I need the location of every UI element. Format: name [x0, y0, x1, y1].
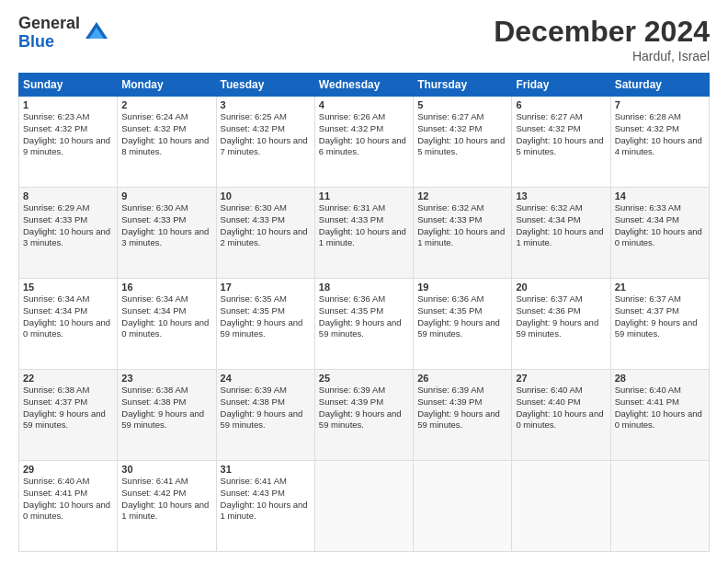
sunrise-label: Sunrise: 6:39 AM	[221, 385, 287, 395]
day-number: 11	[319, 190, 409, 201]
logo-text: General Blue	[18, 15, 80, 52]
daylight-label: Daylight: 9 hours and 59 minutes.	[417, 408, 500, 431]
calendar-cell: 2 Sunrise: 6:24 AM Sunset: 4:32 PM Dayli…	[118, 97, 216, 188]
daylight-label: Daylight: 10 hours and 5 minutes.	[516, 135, 603, 157]
day-number: 10	[221, 190, 311, 201]
sunset-label: Sunset: 4:34 PM	[121, 305, 186, 316]
title-section: December 2024 Harduf, Israel	[494, 15, 710, 63]
sunrise-label: Sunrise: 6:32 AM	[516, 202, 582, 213]
daylight-label: Daylight: 10 hours and 0 minutes.	[23, 500, 110, 522]
daylight-label: Daylight: 9 hours and 59 minutes.	[319, 408, 402, 431]
logo-icon	[84, 20, 109, 46]
sunrise-label: Sunrise: 6:38 AM	[121, 385, 188, 395]
day-number: 6	[516, 99, 606, 110]
sunrise-label: Sunrise: 6:29 AM	[23, 202, 89, 213]
day-info: Sunrise: 6:30 AM Sunset: 4:33 PM Dayligh…	[221, 202, 311, 249]
day-info: Sunrise: 6:34 AM Sunset: 4:34 PM Dayligh…	[23, 293, 113, 340]
daylight-label: Daylight: 9 hours and 59 minutes.	[221, 408, 303, 431]
sunset-label: Sunset: 4:34 PM	[23, 305, 87, 316]
daylight-label: Daylight: 10 hours and 1 minute.	[121, 500, 209, 522]
day-info: Sunrise: 6:24 AM Sunset: 4:32 PM Dayligh…	[121, 111, 211, 158]
day-info: Sunrise: 6:26 AM Sunset: 4:32 PM Dayligh…	[319, 111, 409, 158]
calendar-cell: 14 Sunrise: 6:33 AM Sunset: 4:34 PM Dayl…	[610, 188, 709, 279]
sunrise-label: Sunrise: 6:35 AM	[221, 293, 287, 304]
calendar-weekday-saturday: Saturday	[610, 74, 709, 97]
day-info: Sunrise: 6:23 AM Sunset: 4:32 PM Dayligh…	[23, 111, 113, 158]
daylight-label: Daylight: 10 hours and 1 minute.	[319, 226, 406, 248]
calendar-cell	[610, 461, 709, 552]
sunset-label: Sunset: 4:32 PM	[23, 123, 87, 133]
day-number: 2	[121, 99, 211, 110]
sunrise-label: Sunrise: 6:28 AM	[615, 111, 681, 121]
calendar-weekday-tuesday: Tuesday	[216, 74, 314, 97]
sunset-label: Sunset: 4:38 PM	[121, 396, 186, 407]
calendar-cell: 10 Sunrise: 6:30 AM Sunset: 4:33 PM Dayl…	[216, 188, 314, 279]
calendar-week-row: 15 Sunrise: 6:34 AM Sunset: 4:34 PM Dayl…	[19, 279, 710, 370]
calendar-weekday-thursday: Thursday	[414, 74, 512, 97]
sunset-label: Sunset: 4:32 PM	[417, 123, 482, 133]
sunset-label: Sunset: 4:39 PM	[417, 396, 482, 407]
main-title: December 2024	[494, 15, 710, 49]
calendar-cell: 11 Sunrise: 6:31 AM Sunset: 4:33 PM Dayl…	[314, 188, 413, 279]
day-number: 28	[615, 373, 705, 384]
day-info: Sunrise: 6:29 AM Sunset: 4:33 PM Dayligh…	[23, 202, 113, 249]
calendar-cell: 16 Sunrise: 6:34 AM Sunset: 4:34 PM Dayl…	[118, 279, 216, 370]
day-number: 13	[516, 190, 606, 201]
sunrise-label: Sunrise: 6:34 AM	[121, 293, 188, 304]
calendar-weekday-wednesday: Wednesday	[314, 74, 413, 97]
subtitle: Harduf, Israel	[494, 49, 710, 63]
day-info: Sunrise: 6:30 AM Sunset: 4:33 PM Dayligh…	[121, 202, 211, 249]
sunset-label: Sunset: 4:43 PM	[221, 488, 285, 498]
calendar-weekday-friday: Friday	[512, 74, 610, 97]
calendar-cell: 17 Sunrise: 6:35 AM Sunset: 4:35 PM Dayl…	[216, 279, 314, 370]
day-info: Sunrise: 6:35 AM Sunset: 4:35 PM Dayligh…	[221, 293, 311, 340]
daylight-label: Daylight: 9 hours and 59 minutes.	[121, 408, 204, 431]
daylight-label: Daylight: 9 hours and 59 minutes.	[417, 317, 500, 339]
sunset-label: Sunset: 4:32 PM	[319, 123, 383, 133]
sunset-label: Sunset: 4:36 PM	[516, 305, 580, 316]
day-info: Sunrise: 6:36 AM Sunset: 4:35 PM Dayligh…	[417, 293, 507, 340]
day-info: Sunrise: 6:37 AM Sunset: 4:36 PM Dayligh…	[516, 293, 606, 340]
day-number: 17	[221, 282, 311, 293]
day-info: Sunrise: 6:31 AM Sunset: 4:33 PM Dayligh…	[319, 202, 409, 249]
calendar-cell: 26 Sunrise: 6:39 AM Sunset: 4:39 PM Dayl…	[414, 370, 512, 461]
sunrise-label: Sunrise: 6:38 AM	[23, 385, 89, 395]
calendar-cell: 23 Sunrise: 6:38 AM Sunset: 4:38 PM Dayl…	[118, 370, 216, 461]
day-number: 30	[121, 464, 211, 475]
sunrise-label: Sunrise: 6:31 AM	[319, 202, 385, 213]
day-number: 25	[319, 373, 409, 384]
day-info: Sunrise: 6:38 AM Sunset: 4:38 PM Dayligh…	[121, 385, 211, 431]
calendar-cell	[512, 461, 610, 552]
day-info: Sunrise: 6:27 AM Sunset: 4:32 PM Dayligh…	[516, 111, 606, 158]
day-number: 20	[516, 282, 606, 293]
day-info: Sunrise: 6:33 AM Sunset: 4:34 PM Dayligh…	[615, 202, 705, 249]
day-number: 4	[319, 99, 409, 110]
sunrise-label: Sunrise: 6:33 AM	[615, 202, 681, 213]
daylight-label: Daylight: 9 hours and 59 minutes.	[319, 317, 402, 339]
daylight-label: Daylight: 10 hours and 1 minute.	[417, 226, 505, 248]
calendar-cell: 4 Sunrise: 6:26 AM Sunset: 4:32 PM Dayli…	[314, 97, 413, 188]
calendar-cell: 12 Sunrise: 6:32 AM Sunset: 4:33 PM Dayl…	[414, 188, 512, 279]
sunset-label: Sunset: 4:41 PM	[23, 488, 87, 498]
calendar-week-row: 22 Sunrise: 6:38 AM Sunset: 4:37 PM Dayl…	[19, 370, 710, 461]
calendar-cell: 1 Sunrise: 6:23 AM Sunset: 4:32 PM Dayli…	[19, 97, 118, 188]
day-number: 7	[615, 99, 705, 110]
sunset-label: Sunset: 4:32 PM	[221, 123, 285, 133]
sunset-label: Sunset: 4:34 PM	[516, 214, 580, 224]
calendar-cell: 29 Sunrise: 6:40 AM Sunset: 4:41 PM Dayl…	[19, 461, 118, 552]
daylight-label: Daylight: 10 hours and 0 minutes.	[615, 408, 702, 431]
sunrise-label: Sunrise: 6:30 AM	[221, 202, 287, 213]
calendar-cell: 7 Sunrise: 6:28 AM Sunset: 4:32 PM Dayli…	[610, 97, 709, 188]
daylight-label: Daylight: 10 hours and 0 minutes.	[23, 317, 110, 339]
sunrise-label: Sunrise: 6:34 AM	[23, 293, 89, 304]
sunrise-label: Sunrise: 6:40 AM	[516, 385, 582, 395]
day-number: 18	[319, 282, 409, 293]
calendar-cell: 18 Sunrise: 6:36 AM Sunset: 4:35 PM Dayl…	[314, 279, 413, 370]
header: General Blue December 2024 Harduf, Israe…	[18, 15, 710, 63]
calendar-cell: 6 Sunrise: 6:27 AM Sunset: 4:32 PM Dayli…	[512, 97, 610, 188]
day-info: Sunrise: 6:38 AM Sunset: 4:37 PM Dayligh…	[23, 385, 113, 431]
logo: General Blue	[18, 15, 109, 52]
day-info: Sunrise: 6:37 AM Sunset: 4:37 PM Dayligh…	[615, 293, 705, 340]
sunrise-label: Sunrise: 6:24 AM	[121, 111, 188, 121]
day-info: Sunrise: 6:36 AM Sunset: 4:35 PM Dayligh…	[319, 293, 409, 340]
